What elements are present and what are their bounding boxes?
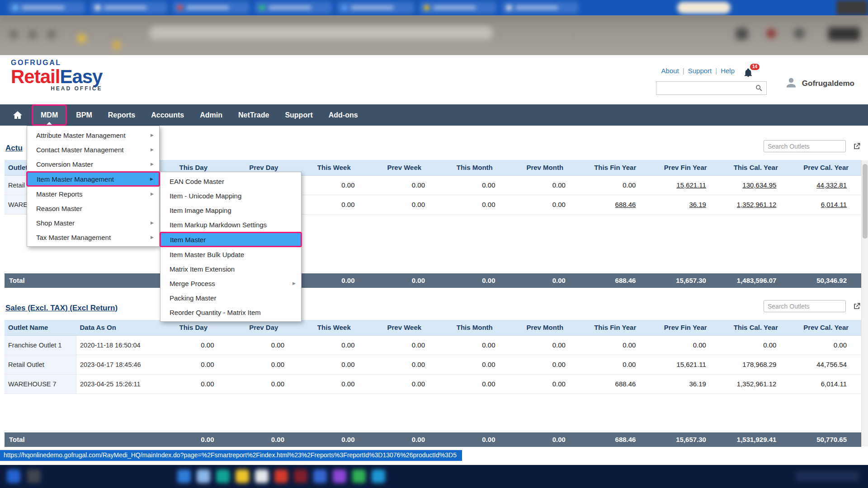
search-icon[interactable] [755, 84, 763, 92]
menu-item-master-reports[interactable]: Master Reports▶ [27, 187, 159, 201]
value-link[interactable]: 15,621.11 [676, 181, 706, 189]
value-cell: 0.00 [650, 335, 720, 355]
taskbar-icon[interactable] [333, 469, 346, 483]
outlet-search-input[interactable] [764, 300, 846, 312]
total-value-cell: 0.00 [369, 273, 439, 288]
notification-bell-icon[interactable]: 14 [743, 68, 754, 79]
menu-item-label: EAN Code Master [170, 178, 224, 185]
total-value-cell: 50,770.65 [791, 432, 861, 447]
about-link[interactable]: About [661, 67, 679, 75]
value-link[interactable]: 130,634.95 [742, 181, 776, 189]
menu-item-reason-master[interactable]: Reason Master [27, 201, 159, 216]
menu-item-item-master-management[interactable]: Item Master Management▶ [26, 171, 160, 187]
column-header: Prev Fin Year [650, 160, 720, 175]
menu-item-label: Merge Process [170, 280, 215, 287]
taskbar-icon[interactable] [197, 469, 210, 483]
value-cell: 0.00 [369, 335, 439, 355]
table-empty-space [5, 394, 861, 432]
section1-title: Actu [5, 144, 23, 153]
column-header: This Day [158, 320, 228, 335]
nav-item-mdm[interactable]: MDM [32, 104, 67, 126]
browser-tab[interactable] [173, 2, 250, 14]
taskbar-icon[interactable] [27, 469, 41, 483]
taskbar-icon[interactable] [313, 469, 327, 483]
browser-tab[interactable] [420, 2, 496, 14]
outlet-search-input[interactable] [764, 140, 846, 152]
column-header: This Week [299, 160, 369, 175]
menu-item-conversion-master[interactable]: Conversion Master▶ [27, 157, 159, 171]
menu-item-label: Reorder Quantity - Matrix Item [170, 309, 261, 316]
total-value-cell: 688.46 [580, 432, 650, 447]
external-link-icon[interactable] [852, 142, 861, 151]
menu-item-item-image-mapping[interactable]: Item Image Mapping [160, 203, 301, 217]
external-link-icon[interactable] [852, 302, 861, 311]
support-link[interactable]: Support [688, 67, 712, 75]
column-header: Data As On [76, 320, 159, 335]
menu-item-shop-master[interactable]: Shop Master▶ [27, 216, 159, 230]
user-menu[interactable]: Gofrugaldemo [784, 76, 854, 91]
menu-item-item-markup-markdown-settings[interactable]: Item Markup Markdown Settings [160, 217, 301, 232]
taskbar-icon[interactable] [274, 469, 288, 483]
browser-tab[interactable] [90, 2, 167, 14]
value-link[interactable]: 1,352,961.12 [737, 201, 777, 208]
taskbar-icon[interactable] [236, 469, 249, 483]
value-cell: 0.00 [580, 335, 650, 355]
value-cell: 688.46 [580, 195, 650, 214]
nav-item-nettrade[interactable]: NetTrade [231, 104, 276, 126]
menu-item-packing-master[interactable]: Packing Master [160, 291, 301, 305]
taskbar-icon[interactable] [177, 469, 191, 483]
total-value-cell: 0.00 [369, 432, 439, 447]
total-row: Total0.000.000.000.00688.4615,657.301,48… [5, 273, 861, 288]
menu-item-matrix-item-extension[interactable]: Matrix Item Extension [160, 262, 301, 276]
taskbar-icon[interactable] [255, 469, 269, 483]
scrollbar-thumb[interactable] [863, 164, 868, 239]
total-value-cell: 50,346.92 [791, 273, 861, 288]
nav-item-support[interactable]: Support [278, 104, 319, 126]
menu-item-label: Item Image Mapping [170, 206, 231, 214]
menu-item-label: Packing Master [170, 294, 216, 302]
menu-item-attribute-master-management[interactable]: Attribute Master Management▶ [27, 128, 159, 142]
menu-item-item-master[interactable]: Item Master [160, 232, 302, 247]
menu-item-item-unicode-mapping[interactable]: Item - Unicode Mapping [160, 188, 301, 203]
menu-item-reorder-quantity-matrix-item[interactable]: Reorder Quantity - Matrix Item [160, 305, 301, 319]
browser-tab[interactable] [337, 2, 414, 14]
app-header: GOFRUGAL RetailEasy HEAD OFFICE About| S… [0, 55, 868, 104]
nav-item-add-ons[interactable]: Add-ons [322, 104, 365, 126]
taskbar-icon[interactable] [372, 469, 385, 483]
help-link[interactable]: Help [721, 67, 735, 75]
browser-tab[interactable] [8, 2, 85, 14]
menu-item-label: Master Reports [36, 190, 83, 198]
column-header: Prev Week [369, 320, 439, 335]
value-cell: 0.00 [299, 335, 369, 355]
value-link[interactable]: 688.46 [615, 201, 636, 208]
menu-item-label: Shop Master [36, 219, 75, 227]
nav-item-admin[interactable]: Admin [193, 104, 229, 126]
total-value-cell: 0.00 [509, 432, 580, 447]
home-icon[interactable] [12, 110, 23, 121]
value-link[interactable]: 44,332.81 [816, 181, 847, 189]
outlet-name-cell: Retail Outlet [5, 355, 76, 374]
nav-item-accounts[interactable]: Accounts [144, 104, 191, 126]
nav-item-reports[interactable]: Reports [101, 104, 142, 126]
menu-item-merge-process[interactable]: Merge Process▶ [160, 276, 301, 291]
value-cell: 688.46 [580, 374, 650, 394]
taskbar-icon[interactable] [294, 469, 307, 483]
menu-item-ean-code-master[interactable]: EAN Code Master [160, 174, 301, 188]
vertical-scrollbar[interactable] [861, 160, 868, 446]
taskbar-icon[interactable] [7, 469, 20, 483]
browser-tab[interactable] [502, 2, 579, 14]
main-navbar: MDM BPM Reports Accounts Admin NetTrade … [0, 104, 868, 126]
menu-item-contact-master-management[interactable]: Contact Master Management▶ [27, 142, 159, 157]
taskbar-icon[interactable] [216, 469, 230, 483]
browser-tab[interactable] [255, 2, 332, 14]
menu-item-item-master-bulk-update[interactable]: Item Master Bulk Update [160, 247, 301, 262]
nav-item-bpm[interactable]: BPM [69, 104, 99, 126]
total-value-cell: 1,483,596.07 [721, 273, 791, 288]
username-text: Gofrugaldemo [802, 79, 854, 88]
header-search-input[interactable] [656, 82, 755, 94]
menu-item-tax-master-management[interactable]: Tax Master Management▶ [27, 230, 159, 244]
taskbar-icon[interactable] [352, 469, 366, 483]
column-header: Prev Cal. Year [791, 160, 861, 175]
value-link[interactable]: 36.19 [689, 201, 706, 208]
value-link[interactable]: 6,014.11 [821, 201, 847, 208]
